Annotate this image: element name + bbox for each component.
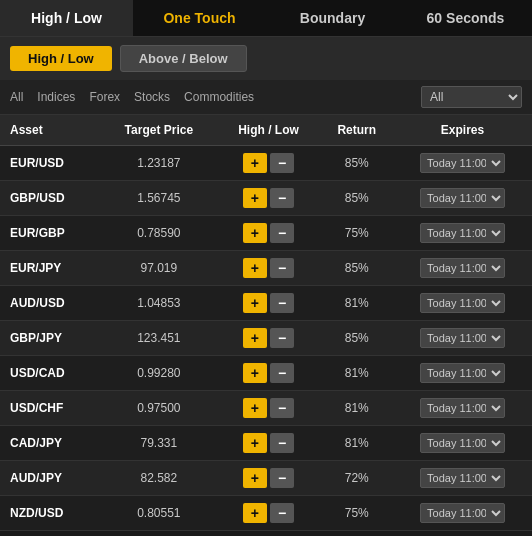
expires-dropdown[interactable]: Today 11:00 Today 12:00 Today 13:00 Toda… (420, 188, 505, 208)
btn-minus[interactable]: − (270, 468, 294, 488)
filter-all[interactable]: All (10, 90, 23, 104)
cell-return: 75% (321, 496, 394, 531)
expires-dropdown[interactable]: Today 11:00 Today 12:00 Today 13:00 Toda… (420, 293, 505, 313)
expires-dropdown[interactable]: Today 11:00 Today 12:00 Today 13:00 Toda… (420, 503, 505, 523)
expires-dropdown[interactable]: Today 11:00 Today 12:00 Today 13:00 Toda… (420, 468, 505, 488)
table-row: EUR/JPY 97.019 + − 85% Today 11:00 Today… (0, 251, 532, 286)
expires-dropdown[interactable]: Today 11:00 Today 12:00 Today 13:00 Toda… (420, 433, 505, 453)
filter-indices[interactable]: Indices (37, 90, 75, 104)
expires-dropdown[interactable]: Today 11:00 Today 12:00 Today 13:00 Toda… (420, 363, 505, 383)
expires-dropdown[interactable]: Today 11:00 Today 12:00 Today 13:00 Toda… (420, 328, 505, 348)
cell-hl-buttons: + − (216, 321, 320, 356)
cell-hl-buttons: + − (216, 216, 320, 251)
expires-dropdown[interactable]: Today 11:00 Today 12:00 Today 13:00 Toda… (420, 258, 505, 278)
btn-plus[interactable]: + (243, 328, 267, 348)
btn-minus[interactable]: − (270, 363, 294, 383)
cell-return: 72% (321, 461, 394, 496)
table-header-row: Asset Target Price High / Low Return Exp… (0, 115, 532, 146)
cell-return: 81% (321, 391, 394, 426)
btn-plus[interactable]: + (243, 188, 267, 208)
btn-plus[interactable]: + (243, 363, 267, 383)
filter-bar: All Indices Forex Stocks Commodities All… (0, 80, 532, 115)
col-header-target-price: Target Price (101, 115, 216, 146)
cell-asset: GBP/JPY (0, 321, 101, 356)
btn-plus[interactable]: + (243, 503, 267, 523)
cell-hl-buttons: + − (216, 286, 320, 321)
cell-asset: EUR/GBP (0, 216, 101, 251)
btn-minus[interactable]: − (270, 398, 294, 418)
cell-asset: USD/CHF (0, 391, 101, 426)
cell-asset: USD/CAD (0, 356, 101, 391)
tab-60-seconds[interactable]: 60 Seconds (399, 0, 532, 36)
cell-return: 85% (321, 181, 394, 216)
btn-minus[interactable]: − (270, 223, 294, 243)
tab-boundary[interactable]: Boundary (266, 0, 399, 36)
btn-minus[interactable]: − (270, 293, 294, 313)
btn-minus[interactable]: − (270, 188, 294, 208)
cell-return: 81% (321, 286, 394, 321)
cell-hl-buttons: + − (216, 461, 320, 496)
table-row: AUD/USD 1.04853 + − 81% Today 11:00 Toda… (0, 286, 532, 321)
filter-commodities[interactable]: Commodities (184, 90, 254, 104)
btn-plus[interactable]: + (243, 468, 267, 488)
btn-plus[interactable]: + (243, 293, 267, 313)
cell-hl-buttons: + − (216, 496, 320, 531)
cell-asset: AUD/USD (0, 286, 101, 321)
cell-return: 85% (321, 146, 394, 181)
cell-expires: Today 11:00 Today 12:00 Today 13:00 Toda… (393, 426, 532, 461)
cell-expires: Today 11:00 Today 12:00 Today 13:00 Toda… (393, 146, 532, 181)
btn-minus[interactable]: − (270, 328, 294, 348)
table-row: EUR/USD 1.23187 + − 85% Today 11:00 Toda… (0, 146, 532, 181)
cell-price: 0.78590 (101, 216, 216, 251)
table-row: GBP/JPY 123.451 + − 85% Today 11:00 Toda… (0, 321, 532, 356)
cell-expires: Today 11:00 Today 12:00 Today 13:00 Toda… (393, 391, 532, 426)
cell-asset: NZD/USD (0, 496, 101, 531)
cell-asset: GBP/USD (0, 181, 101, 216)
cell-expires: Today 11:00 Today 12:00 Today 13:00 Toda… (393, 321, 532, 356)
cell-asset: EUR/JPY (0, 251, 101, 286)
btn-plus[interactable]: + (243, 153, 267, 173)
btn-plus[interactable]: + (243, 223, 267, 243)
cell-price: 0.80551 (101, 496, 216, 531)
filter-dropdown-wrap: All Forex Indices Stocks Commodities (421, 86, 522, 108)
subtab-high-low[interactable]: High / Low (10, 46, 112, 71)
table-row: USD/CAD 0.99280 + − 81% Today 11:00 Toda… (0, 356, 532, 391)
btn-plus[interactable]: + (243, 433, 267, 453)
btn-minus[interactable]: − (270, 258, 294, 278)
tab-high-low[interactable]: High / Low (0, 0, 133, 36)
cell-price: 1.56745 (101, 181, 216, 216)
btn-minus[interactable]: − (270, 153, 294, 173)
filter-stocks[interactable]: Stocks (134, 90, 170, 104)
cell-expires: Today 11:00 Today 12:00 Today 13:00 Toda… (393, 181, 532, 216)
cell-hl-buttons: + − (216, 181, 320, 216)
btn-plus[interactable]: + (243, 398, 267, 418)
table-row: EUR/GBP 0.78590 + − 75% Today 11:00 Toda… (0, 216, 532, 251)
cell-expires: Today 11:00 Today 12:00 Today 13:00 Toda… (393, 356, 532, 391)
table-row: NZD/USD 0.80551 + − 75% Today 11:00 Toda… (0, 496, 532, 531)
tab-one-touch[interactable]: One Touch (133, 0, 266, 36)
cell-return: 85% (321, 321, 394, 356)
cell-price: 0.97500 (101, 391, 216, 426)
cell-hl-buttons: + − (216, 146, 320, 181)
cell-asset: AUD/JPY (0, 461, 101, 496)
col-header-high-low: High / Low (216, 115, 320, 146)
subtab-above-below[interactable]: Above / Below (120, 45, 247, 72)
expires-dropdown[interactable]: Today 11:00 Today 12:00 Today 13:00 Toda… (420, 153, 505, 173)
btn-plus[interactable]: + (243, 258, 267, 278)
cell-price: 97.019 (101, 251, 216, 286)
cell-price: 1.23187 (101, 146, 216, 181)
cell-hl-buttons: + − (216, 251, 320, 286)
cell-return: 81% (321, 356, 394, 391)
cell-asset: CAD/JPY (0, 426, 101, 461)
cell-price: 82.582 (101, 461, 216, 496)
btn-minus[interactable]: − (270, 433, 294, 453)
cell-hl-buttons: + − (216, 426, 320, 461)
table-row: USD/CHF 0.97500 + − 81% Today 11:00 Toda… (0, 391, 532, 426)
expires-dropdown[interactable]: Today 11:00 Today 12:00 Today 13:00 Toda… (420, 398, 505, 418)
table-row: GBP/USD 1.56745 + − 85% Today 11:00 Toda… (0, 181, 532, 216)
expires-dropdown[interactable]: Today 11:00 Today 12:00 Today 13:00 Toda… (420, 223, 505, 243)
btn-minus[interactable]: − (270, 503, 294, 523)
filter-forex[interactable]: Forex (89, 90, 120, 104)
cell-expires: Today 11:00 Today 12:00 Today 13:00 Toda… (393, 286, 532, 321)
filter-dropdown[interactable]: All Forex Indices Stocks Commodities (421, 86, 522, 108)
